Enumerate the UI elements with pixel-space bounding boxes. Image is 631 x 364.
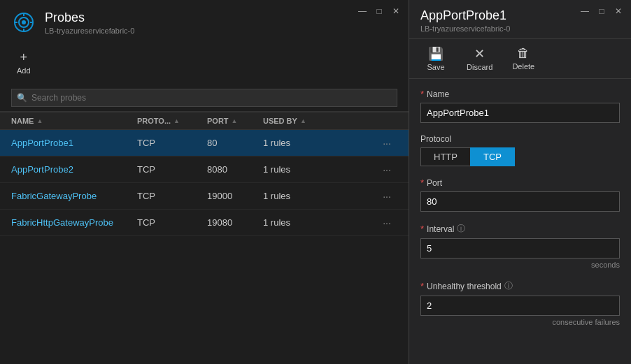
discard-label: Discard [467, 63, 492, 71]
table-row[interactable]: FabricHttpGatewayProbe TCP 19080 1 rules… [0, 210, 409, 236]
table-row[interactable]: FabricGatewayProbe TCP 19000 1 rules ··· [0, 183, 409, 210]
left-panel: — □ ✕ Probes LB-tryazureservicefabric-0 … [0, 0, 409, 364]
discard-icon: ✕ [474, 46, 485, 61]
cell-name-0: AppPortProbe1 [11, 138, 137, 148]
protocol-field-group: Protocol HTTP TCP [420, 134, 620, 166]
col-header-protocol[interactable]: PROTO... ▲ [137, 117, 207, 125]
cell-port-3: 19080 [207, 217, 263, 228]
name-input[interactable] [420, 103, 620, 123]
cell-protocol-1: TCP [137, 164, 207, 175]
close-button[interactable]: ✕ [390, 6, 402, 17]
maximize-button[interactable]: □ [374, 6, 385, 17]
add-button[interactable]: + Add [11, 48, 36, 78]
unhealthy-label: * Unhealthy threshold ⓘ [420, 280, 620, 292]
col-header-name[interactable]: NAME ▲ [11, 117, 137, 125]
sort-icon-protocol: ▲ [173, 117, 180, 124]
protocol-toggle: HTTP TCP [420, 147, 620, 166]
panel-title: Probes [45, 10, 134, 25]
probe-icon-container [11, 10, 36, 35]
discard-button[interactable]: ✕ Discard [462, 43, 497, 74]
table-body: AppPortProbe1 TCP 80 1 rules ··· AppPort… [0, 130, 409, 364]
panel-title-block: Probes LB-tryazureservicefabric-0 [45, 10, 134, 35]
cell-protocol-0: TCP [137, 138, 207, 148]
search-input[interactable] [11, 89, 397, 107]
cell-usedby-3: 1 rules [263, 217, 376, 228]
cell-port-2: 19000 [207, 191, 263, 201]
port-field-group: * Port [420, 177, 620, 212]
cell-protocol-3: TCP [137, 217, 207, 228]
minimize-button[interactable]: — [357, 6, 368, 17]
window-controls: — □ ✕ [357, 6, 402, 17]
sort-icon-port: ▲ [232, 117, 238, 124]
table-header: NAME ▲ PROTO... ▲ PORT ▲ USED BY ▲ [0, 112, 409, 130]
cell-name-3: FabricHttpGatewayProbe [11, 217, 137, 228]
protocol-tcp-button[interactable]: TCP [470, 147, 515, 166]
save-button[interactable]: 💾 Save [420, 43, 451, 74]
cell-usedby-2: 1 rules [263, 191, 376, 201]
save-label: Save [427, 63, 444, 71]
more-button-3[interactable]: ··· [376, 216, 397, 230]
more-button-2[interactable]: ··· [376, 189, 397, 203]
right-panel-subtitle: LB-tryazureservicefabric-0 [420, 24, 620, 33]
more-button-1[interactable]: ··· [376, 163, 397, 177]
protocol-http-button[interactable]: HTTP [420, 147, 470, 166]
interval-label: * Interval ⓘ [420, 223, 620, 235]
col-header-usedby[interactable]: USED BY ▲ [263, 117, 376, 125]
cell-usedby-1: 1 rules [263, 164, 376, 175]
name-label: * Name [420, 89, 620, 99]
right-panel-header: — □ ✕ AppPortProbe1 LB-tryazureservicefa… [409, 0, 631, 39]
right-minimize-button[interactable]: — [579, 6, 590, 17]
table-row[interactable]: AppPortProbe1 TCP 80 1 rules ··· [0, 130, 409, 156]
svg-point-2 [22, 20, 26, 24]
cell-protocol-2: TCP [137, 191, 207, 201]
save-icon: 💾 [428, 46, 444, 61]
required-star-interval: * [420, 224, 424, 234]
table-row[interactable]: AppPortProbe2 TCP 8080 1 rules ··· [0, 156, 409, 183]
right-maximize-button[interactable]: □ [596, 6, 607, 17]
delete-icon: 🗑 [517, 46, 530, 61]
search-bar: 🔍 [0, 85, 409, 112]
required-star-port: * [420, 177, 424, 188]
unhealthy-suffix: consecutive failures [420, 318, 620, 326]
port-input[interactable] [420, 191, 620, 212]
sort-icon-name: ▲ [36, 117, 43, 124]
unhealthy-info-icon: ⓘ [504, 280, 513, 292]
left-toolbar: + Add [0, 42, 409, 85]
right-content: * Name Protocol HTTP TCP * Port [409, 79, 631, 364]
more-button-0[interactable]: ··· [376, 136, 397, 150]
name-field-group: * Name [420, 89, 620, 123]
right-window-controls: — □ ✕ [579, 6, 624, 17]
cell-name-2: FabricGatewayProbe [11, 191, 137, 201]
right-toolbar: 💾 Save ✕ Discard 🗑 Delete [409, 39, 631, 79]
panel-header: — □ ✕ Probes LB-tryazureservicefabric-0 [0, 0, 409, 42]
interval-info-icon: ⓘ [457, 223, 465, 235]
cell-name-1: AppPortProbe2 [11, 164, 137, 175]
port-label: * Port [420, 177, 620, 188]
delete-label: Delete [512, 62, 534, 71]
search-icon: 🔍 [17, 93, 27, 103]
required-star-name: * [420, 89, 424, 99]
sort-icon-usedby: ▲ [300, 117, 306, 124]
required-star-unhealthy: * [420, 281, 424, 291]
right-panel: — □ ✕ AppPortProbe1 LB-tryazureservicefa… [409, 0, 631, 364]
search-wrapper: 🔍 [11, 89, 397, 107]
unhealthy-field-group: * Unhealthy threshold ⓘ consecutive fail… [420, 280, 620, 326]
protocol-label: Protocol [420, 134, 620, 144]
interval-input[interactable] [420, 238, 620, 259]
unhealthy-input[interactable] [420, 296, 620, 316]
add-label: Add [17, 66, 31, 75]
add-icon: + [20, 50, 28, 65]
cell-port-0: 80 [207, 138, 263, 148]
cell-usedby-0: 1 rules [263, 138, 376, 148]
panel-subtitle: LB-tryazureservicefabric-0 [45, 27, 134, 35]
interval-field-group: * Interval ⓘ seconds [420, 223, 620, 269]
right-close-button[interactable]: ✕ [613, 6, 624, 17]
interval-suffix: seconds [420, 261, 620, 269]
col-header-port[interactable]: PORT ▲ [207, 117, 263, 125]
cell-port-1: 8080 [207, 164, 263, 175]
delete-button[interactable]: 🗑 Delete [508, 43, 539, 74]
